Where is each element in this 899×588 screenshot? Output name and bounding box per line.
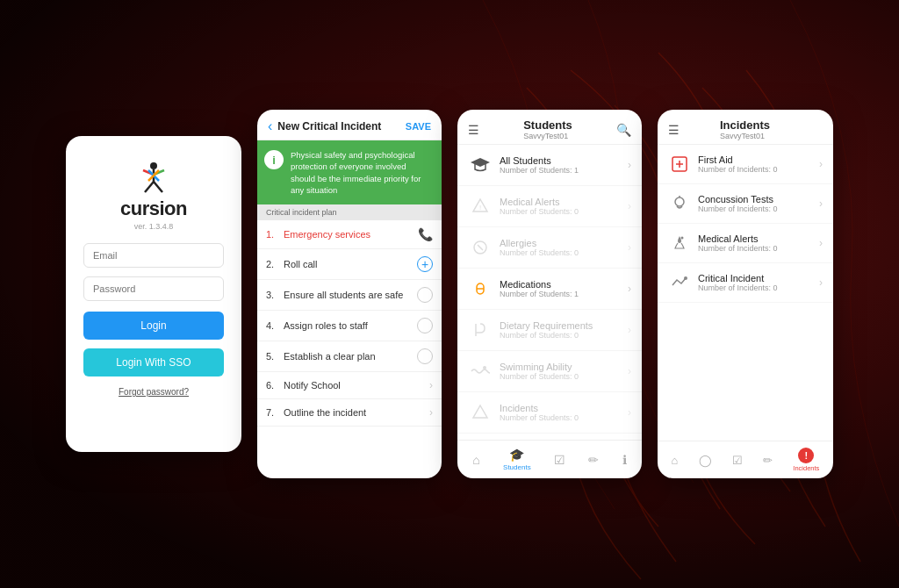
chevron-icon-6: ›	[429, 379, 433, 391]
hamburger-icon-incidents[interactable]: ☰	[668, 123, 680, 137]
incidents-list: First Aid Number of Incidents: 0 › Concu…	[658, 145, 833, 372]
item-label-5: Establish a clear plan	[284, 351, 376, 362]
incident-item-7[interactable]: 7. Outline the incident ›	[257, 399, 442, 427]
login-button[interactable]: Login	[83, 312, 224, 340]
student-item-medications[interactable]: Medications Number of Students: 1 ›	[457, 269, 642, 310]
svg-point-14	[483, 366, 486, 369]
student-item-medical[interactable]: ! Medical Alerts Number of Students: 0 ›	[457, 186, 642, 227]
student-item-dietary[interactable]: Dietary Requirements Number of Students:…	[457, 310, 642, 351]
banner-text: Physical safety and psychological protec…	[291, 149, 433, 196]
email-field[interactable]	[83, 243, 224, 268]
swimming-icon	[471, 364, 490, 378]
chevron-concussion: ›	[819, 197, 823, 210]
info-nav-icon: ℹ	[622, 453, 627, 467]
chevron-swimming: ›	[628, 365, 631, 377]
firstaid-icon	[670, 154, 689, 174]
graduation-icon	[471, 155, 490, 175]
svg-line-5	[154, 182, 162, 192]
item-label-6: Notify School	[284, 380, 341, 391]
logo-version: ver. 1.3.4.8	[134, 222, 174, 231]
item-label-2: Roll call	[284, 259, 318, 269]
svg-point-21	[684, 276, 687, 280]
incidents-subtitle: SavvyTest01	[720, 132, 770, 140]
critical-icon	[670, 273, 689, 292]
medical-alert-icon: !	[471, 197, 489, 215]
home-icon: ⌂	[472, 453, 479, 467]
nav-edit[interactable]: ✏	[583, 451, 604, 469]
allergies-icon	[471, 239, 489, 256]
student-item-incidents[interactable]: Incidents Number of Students: 0 ›	[457, 392, 642, 434]
incident-row-medicalalerts[interactable]: Medical Alerts Number of Incidents: 0 ›	[658, 224, 833, 263]
incidents-header: ☰ Incidents SavvyTest01	[658, 110, 833, 145]
incident-row-concussion[interactable]: Concussion Tests Number of Incidents: 0 …	[658, 184, 833, 224]
all-students-count: Number of Students: 1	[500, 166, 628, 175]
chevron-medications: ›	[628, 283, 631, 295]
info-icon: i	[264, 150, 284, 169]
inc-nav-checklist[interactable]: ☑	[729, 452, 746, 469]
circle-icon-4[interactable]	[417, 318, 433, 333]
incidents-icon-students	[471, 404, 489, 421]
svg-line-4	[145, 182, 154, 192]
forgot-password-link[interactable]: Forgot password?	[119, 387, 189, 397]
incident-item-3[interactable]: 3. Ensure all students are safe	[257, 280, 442, 311]
circle-icon-3[interactable]	[417, 287, 433, 303]
students-subtitle: SavvyTest01	[523, 132, 572, 140]
students-screen: ☰ Students SavvyTest01 🔍 All Students Nu…	[457, 110, 642, 478]
inc-edit-icon: ✏	[763, 454, 773, 467]
incident-item-6[interactable]: 6. Notify School ›	[257, 372, 442, 399]
inc-nav-incidents[interactable]: ! Incidents	[789, 446, 823, 474]
password-field[interactable]	[83, 276, 224, 301]
incident-item-2[interactable]: 2. Roll call +	[257, 249, 442, 280]
login-screen: cursion ver. 1.3.4.8 Login Login With SS…	[66, 136, 241, 452]
students-header: ☰ Students SavvyTest01 🔍	[457, 110, 642, 145]
svg-line-11	[478, 245, 483, 250]
nav-students[interactable]: 🎓 Students	[498, 446, 536, 473]
inc-incidents-label: Incidents	[793, 464, 819, 472]
svg-point-18	[675, 197, 684, 206]
inc-nav-home[interactable]: ⌂	[668, 452, 682, 469]
incident-list: 1. Emergency services 📞 2. Roll call + 3…	[257, 220, 442, 478]
incident-header-left: ‹ New Critical Incident	[268, 118, 381, 134]
inc-nav-edit[interactable]: ✏	[759, 452, 776, 469]
plus-icon-2[interactable]: +	[417, 256, 433, 272]
login-sso-button[interactable]: Login With SSO	[83, 348, 224, 376]
concussion-icon	[670, 194, 689, 213]
incident-item-5[interactable]: 5. Establish a clear plan	[257, 341, 442, 372]
incident-item-4[interactable]: 4. Assign roles to staff	[257, 311, 442, 341]
screens-container: cursion ver. 1.3.4.8 Login Login With SS…	[48, 92, 851, 496]
item-label-4: Assign roles to staff	[284, 320, 368, 331]
student-item-swimming[interactable]: Swimming Ability Number of Students: 0 ›	[457, 351, 642, 392]
incidents-title: Incidents	[720, 118, 770, 132]
chevron-all: ›	[628, 159, 631, 171]
incident-row-critical[interactable]: Critical Incident Number of Incidents: 0…	[658, 263, 833, 303]
chevron-medical: ›	[628, 200, 631, 212]
circle-icon-5[interactable]	[417, 348, 433, 364]
inc-nav-students[interactable]: ◯	[695, 452, 716, 469]
student-item-allergies[interactable]: Allergies Number of Students: 0 ›	[457, 227, 642, 269]
search-icon[interactable]: 🔍	[616, 123, 631, 137]
students-nav-icon: 🎓	[509, 448, 524, 462]
item-num-2: 2.	[266, 259, 278, 269]
incidents-screen: ☰ Incidents SavvyTest01 First Aid	[658, 110, 833, 478]
svg-text:!: !	[479, 204, 481, 212]
checklist-icon: ☑	[554, 453, 565, 467]
medications-icon	[471, 280, 489, 298]
incident-row-firstaid[interactable]: First Aid Number of Incidents: 0 ›	[658, 145, 833, 184]
incident-title: New Critical Incident	[277, 120, 381, 133]
item-label-7: Outline the incident	[284, 407, 366, 418]
nav-info[interactable]: ℹ	[617, 451, 632, 469]
item-num-6: 6.	[266, 380, 278, 391]
medical-alerts-icon	[670, 233, 689, 253]
item-label-3: Ensure all students are safe	[284, 290, 403, 300]
save-button[interactable]: SAVE	[406, 121, 431, 132]
hamburger-icon[interactable]: ☰	[468, 123, 479, 137]
chevron-incidents-s: ›	[628, 406, 631, 419]
student-item-all[interactable]: All Students Number of Students: 1 ›	[457, 145, 642, 186]
incident-item-1[interactable]: 1. Emergency services 📞	[257, 220, 442, 249]
nav-checklist[interactable]: ☑	[549, 451, 571, 469]
incident-header: ‹ New Critical Incident SAVE	[257, 110, 442, 140]
nav-home[interactable]: ⌂	[467, 451, 485, 469]
back-button[interactable]: ‹	[268, 118, 272, 134]
item-num-4: 4.	[266, 320, 278, 331]
incident-banner: i Physical safety and psychological prot…	[257, 140, 442, 204]
